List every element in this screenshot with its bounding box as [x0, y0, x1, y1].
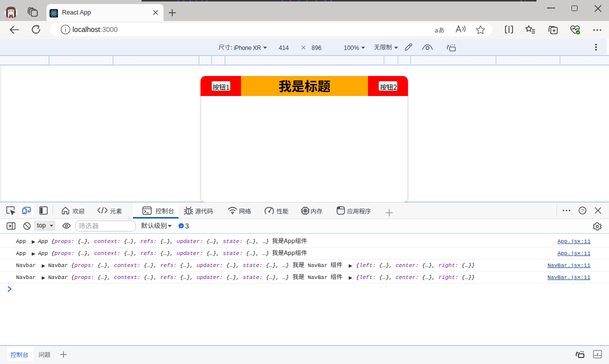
- svg-text:?: ?: [581, 208, 584, 213]
